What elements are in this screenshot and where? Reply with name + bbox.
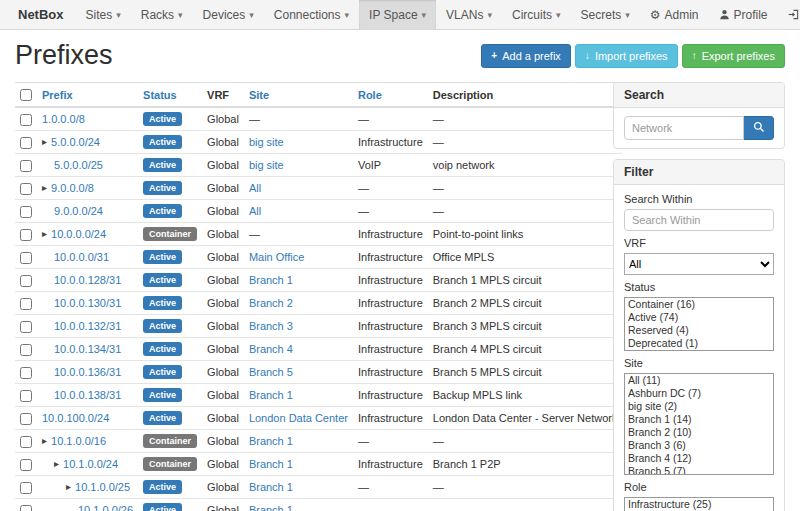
status-option[interactable]: Reserved (4) [625,324,773,337]
nav-item-sites[interactable]: Sites▾ [76,0,131,29]
site-option[interactable]: Branch 3 (6) [625,439,773,452]
site-link[interactable]: All [249,182,261,194]
search-within-input[interactable] [624,209,774,231]
prefix-link[interactable]: 9.0.0.0/24 [54,205,103,218]
site-option[interactable]: big site (2) [625,400,773,413]
site-link[interactable]: Main Office [249,251,304,263]
prefix-link[interactable]: 10.0.0.130/31 [54,297,121,310]
role-listbox[interactable]: Infrastructure (25)Management (8)Private… [624,497,774,511]
row-checkbox[interactable] [20,459,32,471]
column-header-site[interactable]: Site [244,83,353,108]
site-option[interactable]: Branch 2 (10) [625,426,773,439]
nav-item-profile[interactable]: Profile [709,0,778,29]
site-link[interactable]: big site [249,159,284,171]
nav-item-connections[interactable]: Connections▾ [264,0,359,29]
table-row: 10.0.0.130/31ActiveGlobalBranch 2Infrast… [15,292,622,315]
column-header-status[interactable]: Status [138,83,202,108]
prefix-link[interactable]: 1.0.0.0/8 [42,113,85,126]
row-checkbox[interactable] [20,482,32,494]
row-checkbox[interactable] [20,114,32,126]
nav-item-vlans[interactable]: VLANs▾ [436,0,502,29]
column-header-prefix[interactable]: Prefix [37,83,138,108]
plus-icon: + [491,51,497,61]
row-checkbox[interactable] [20,160,32,172]
prefix-link[interactable]: 10.0.0.136/31 [54,366,121,379]
site-link[interactable]: Branch 1 [249,274,293,286]
add-prefix-button[interactable]: + Add a prefix [481,44,571,68]
vrf-select[interactable]: All [624,253,774,275]
nav-item-circuits[interactable]: Circuits▾ [502,0,571,29]
select-all-checkbox[interactable] [20,89,32,101]
site-listbox[interactable]: All (11)Ashburn DC (7)big site (2)Branch… [624,373,774,475]
prefix-link[interactable]: 10.0.0.0/24 [51,228,106,241]
brand-link[interactable]: NetBox [6,0,76,29]
prefix-link[interactable]: 10.0.100.0/24 [42,412,109,425]
nav-item-logout[interactable]: Log out [778,0,800,29]
role-cell: — [353,107,428,131]
prefix-link[interactable]: 10.1.0.0/24 [63,458,118,471]
import-prefixes-button[interactable]: ↓ Import prefixes [575,44,678,68]
row-checkbox[interactable] [20,275,32,287]
nav-item-ip-space[interactable]: IP Space▾ [359,0,436,29]
site-link[interactable]: Branch 4 [249,343,293,355]
site-link[interactable]: Branch 5 [249,366,293,378]
nav-item-admin[interactable]: ⚙ Admin [640,0,709,29]
row-checkbox[interactable] [20,505,32,511]
prefix-link[interactable]: 10.1.0.0/16 [51,435,106,448]
site-link[interactable]: Branch 2 [249,297,293,309]
row-checkbox[interactable] [20,367,32,379]
site-option[interactable]: Ashburn DC (7) [625,387,773,400]
site-option[interactable]: Branch 1 (14) [625,413,773,426]
row-checkbox[interactable] [20,344,32,356]
row-checkbox[interactable] [20,137,32,149]
site-link[interactable]: Branch 1 [249,389,293,401]
prefix-link[interactable]: 10.0.0.128/31 [54,274,121,287]
status-listbox[interactable]: Container (16)Active (74)Reserved (4)Dep… [624,297,774,351]
search-button[interactable] [744,116,774,140]
site-option[interactable]: Branch 5 (7) [625,465,773,475]
nav-item-racks[interactable]: Racks▾ [131,0,193,29]
site-link[interactable]: All [249,205,261,217]
prefix-table: Prefix Status VRF Site Role Description … [15,82,622,511]
site-link[interactable]: Branch 3 [249,320,293,332]
role-option[interactable]: Infrastructure (25) [625,498,773,511]
status-option[interactable]: Deprecated (1) [625,337,773,350]
row-checkbox[interactable] [20,206,32,218]
row-checkbox[interactable] [20,436,32,448]
site-option[interactable]: All (11) [625,374,773,387]
description-cell: voip network [428,154,623,177]
status-option[interactable]: Container (16) [625,298,773,311]
row-checkbox[interactable] [20,321,32,333]
column-header-role[interactable]: Role [353,83,428,108]
row-checkbox[interactable] [20,183,32,195]
prefix-link[interactable]: 5.0.0.0/24 [51,136,100,149]
row-checkbox[interactable] [20,252,32,264]
search-input[interactable] [624,116,744,140]
site-link[interactable]: Branch 1 [249,458,293,470]
row-checkbox[interactable] [20,390,32,402]
site-link[interactable]: Branch 1 [249,435,293,447]
nav-item-secrets[interactable]: Secrets▾ [571,0,640,29]
nav-item-devices[interactable]: Devices▾ [193,0,264,29]
site-link[interactable]: big site [249,136,284,148]
table-header-row: Prefix Status VRF Site Role Description [15,83,622,108]
prefix-link[interactable]: 9.0.0.0/8 [51,182,94,195]
site-option[interactable]: Branch 4 (12) [625,452,773,465]
prefix-link[interactable]: 10.0.0.134/31 [54,343,121,356]
row-checkbox[interactable] [20,298,32,310]
prefix-link[interactable]: 10.0.0.0/31 [54,251,109,264]
logout-icon [788,9,799,20]
site-link[interactable]: Branch 1 [249,504,293,511]
site-link[interactable]: London Data Center [249,412,348,424]
prefix-link[interactable]: 10.0.0.132/31 [54,320,121,333]
row-checkbox[interactable] [20,413,32,425]
export-prefixes-button[interactable]: ↑ Export prefixes [682,44,785,68]
prefix-link[interactable]: 5.0.0.0/25 [54,159,103,172]
prefix-link[interactable]: 10.1.0.0/25 [75,481,130,494]
site-link[interactable]: Branch 1 [249,481,293,493]
prefix-link[interactable]: 10.1.0.0/26 [78,504,133,511]
prefix-link[interactable]: 10.0.0.138/31 [54,389,121,402]
vrf-cell: Global [202,430,244,453]
status-option[interactable]: Active (74) [625,311,773,324]
row-checkbox[interactable] [20,229,32,241]
